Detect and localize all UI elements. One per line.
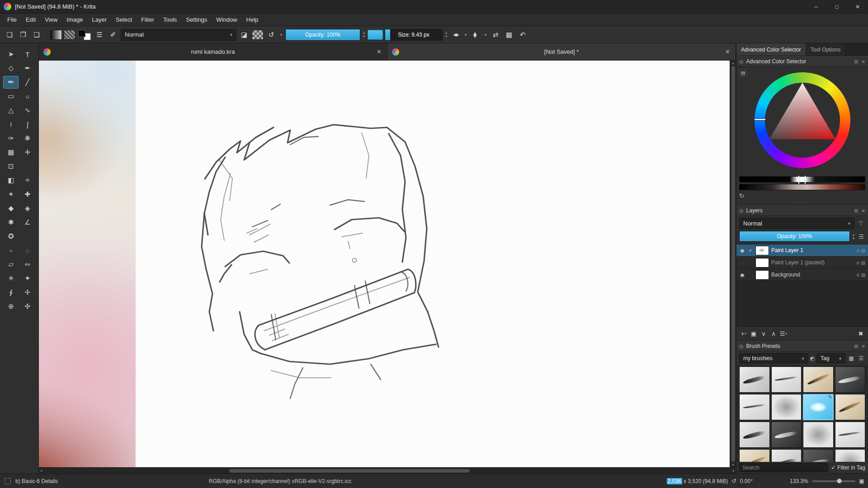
smart-patch-tool-icon[interactable]: ✚ (20, 188, 35, 201)
menu-help[interactable]: Help (242, 14, 263, 25)
chevron-down-icon[interactable]: ▾ (463, 33, 468, 37)
close-docker-icon[interactable]: ✕ (862, 208, 865, 213)
mirror-vertical-icon[interactable]: ◀▶ (470, 29, 481, 41)
add-layer-button[interactable]: +▾ (739, 328, 748, 338)
open-document-icon[interactable]: ❐ (17, 29, 29, 41)
enclose-fill-tool-icon[interactable]: ◈ (20, 202, 35, 215)
edit-shapes-tool-icon[interactable]: ◇ (3, 62, 19, 75)
gradient-tool-icon[interactable]: ◧ (3, 174, 19, 187)
polygon-tool-icon[interactable]: △ (3, 104, 19, 117)
scroll-down-icon[interactable]: ▾ (732, 463, 734, 467)
pan-tool-icon[interactable]: ✣ (20, 300, 35, 313)
maximize-button[interactable]: □ (826, 0, 847, 13)
float-docker-icon[interactable]: ⊞ (854, 59, 858, 64)
menu-filter[interactable]: Filter (137, 14, 159, 25)
tab-advanced-color-selector[interactable]: Advanced Color Selector (736, 43, 806, 56)
close-button[interactable]: ✕ (847, 0, 868, 13)
current-brush-name[interactable]: b) Basic-6 Details (15, 478, 58, 484)
save-document-icon[interactable]: ❑ (31, 29, 42, 41)
filter-in-tag-checkbox[interactable]: ✓ Filter in Tag (831, 465, 865, 471)
horizontal-scrollbar[interactable]: ◂ ▸ (39, 467, 736, 474)
select-shapes-tool-icon[interactable]: ➤ (3, 48, 19, 61)
layer-blending-mode-dropdown[interactable]: Normal ▾ (739, 218, 854, 229)
scroll-left-icon[interactable]: ◂ (40, 469, 42, 473)
blending-mode-dropdown[interactable]: Normal ▾ (121, 29, 236, 41)
menu-select[interactable]: Select (111, 14, 137, 25)
color-sampler-tool-icon[interactable]: ✧ (20, 174, 35, 187)
bezier-select-tool-icon[interactable]: ∮ (3, 286, 19, 299)
brush-preset[interactable] (803, 422, 834, 448)
reset-rotation-icon[interactable]: ↺ (731, 478, 736, 484)
brush-preset[interactable] (835, 394, 866, 420)
assistants-tool-icon[interactable]: ✱ (3, 216, 19, 229)
choose-brush-preset-icon[interactable]: ✐ (107, 29, 119, 41)
canvas-viewport[interactable]: ▴ ▾ (39, 61, 736, 467)
pattern-chooser-swatch[interactable] (64, 30, 75, 40)
close-docker-icon[interactable]: ✕ (862, 59, 865, 64)
multibrush-tool-icon[interactable]: ❋ (20, 132, 35, 145)
brush-preset[interactable] (739, 422, 770, 448)
wrap-around-mode-icon[interactable]: ⇄ (490, 29, 501, 41)
visibility-eye-icon[interactable]: ◉ (739, 272, 745, 278)
color-wheel[interactable] (755, 72, 850, 168)
mirror-horizontal-icon[interactable]: ◀▶ (450, 29, 462, 41)
move-tool-icon[interactable]: ✛ (20, 146, 35, 159)
scroll-up-icon[interactable]: ▴ (732, 61, 734, 65)
crop-tool-icon[interactable]: ⊡ (3, 160, 19, 173)
layer-row-paint-layer-1-pasted[interactable]: ◌ Paint Layer 1 (pasted) α ▨ (736, 257, 868, 269)
ellipse-select-tool-icon[interactable]: ◌ (20, 244, 35, 257)
document-tab-not-saved[interactable]: [Not Saved] * ✕ (387, 43, 736, 60)
menu-view[interactable]: View (40, 14, 62, 25)
layer-list-menu-icon[interactable]: ☰ (857, 233, 865, 240)
freehand-brush-tool-icon[interactable]: ✏ (3, 76, 19, 89)
vertical-scrollbar-thumb[interactable] (731, 66, 735, 462)
canvas-angle-value[interactable]: 0.00° (740, 478, 753, 484)
brush-preset[interactable] (771, 422, 802, 448)
line-tool-icon[interactable]: ╱ (20, 76, 35, 89)
brush-size-spinner[interactable]: ▴▾ (444, 31, 448, 38)
freehand-select-tool-icon[interactable]: ∾ (20, 258, 35, 271)
brush-preset[interactable] (739, 449, 770, 462)
tag-icon[interactable]: ◩ (810, 356, 815, 361)
horizontal-scrollbar-thumb[interactable] (229, 469, 470, 473)
tab-tool-options[interactable]: Tool Options (806, 43, 846, 56)
refresh-colors-icon[interactable]: ↻ (739, 192, 745, 199)
layer-filter-icon[interactable]: ▽ (856, 220, 865, 226)
brush-preset[interactable] (835, 422, 866, 448)
float-docker-icon[interactable]: ⊞ (854, 344, 858, 349)
zoom-percentage[interactable]: 133.3% (790, 478, 808, 484)
measure-tool-icon[interactable]: ∠ (20, 216, 35, 229)
move-layer-up-button[interactable]: ∧ (769, 328, 778, 338)
foreground-color-swatch[interactable] (78, 30, 85, 37)
menu-settings[interactable]: Settings (181, 14, 212, 25)
current-color-swatch[interactable] (368, 30, 383, 40)
color-history-strip[interactable] (739, 184, 865, 190)
layer-properties-button[interactable]: ☰▾ (779, 328, 788, 338)
show-grid-icon[interactable]: ▦ (503, 29, 515, 41)
minimize-button[interactable]: ─ (806, 0, 826, 13)
ellipse-tool-icon[interactable]: ○ (20, 90, 35, 103)
value-shade-strip[interactable] (739, 176, 865, 183)
visibility-eye-icon[interactable]: ◌ (739, 260, 745, 265)
edit-brush-settings-icon[interactable]: ☰ (94, 29, 105, 41)
duplicate-layer-button[interactable]: ▣ (749, 328, 758, 338)
visibility-eye-icon[interactable]: ◉ (739, 248, 745, 253)
contiguous-select-tool-icon[interactable]: ✳ (3, 272, 19, 285)
zoom-tool-icon[interactable]: ⊕ (3, 300, 19, 313)
scroll-right-icon[interactable]: ▸ (733, 469, 735, 473)
eraser-mode-icon[interactable]: ◪ (238, 29, 250, 41)
brush-search-input[interactable] (739, 463, 828, 472)
layer-row-paint-layer-1[interactable]: ◉ ✓ Paint Layer 1 α ▨ (736, 244, 868, 257)
freehand-path-tool-icon[interactable]: ∫ (20, 118, 35, 131)
reference-images-tool-icon[interactable]: ✪ (3, 230, 19, 243)
brush-preset[interactable] (835, 366, 866, 393)
canvas[interactable] (136, 61, 730, 467)
polyline-tool-icon[interactable]: ∿ (20, 104, 35, 117)
canvas-only-mode-icon[interactable]: ▣ (859, 478, 864, 484)
brush-preset[interactable] (803, 366, 834, 393)
brush-preset[interactable] (835, 449, 866, 462)
close-docker-icon[interactable]: ✕ (862, 344, 865, 349)
docker-splitter-handle[interactable]: ······· (736, 200, 868, 205)
horizontal-scrollbar-track[interactable] (44, 469, 731, 473)
preserve-alpha-icon[interactable] (252, 30, 264, 40)
